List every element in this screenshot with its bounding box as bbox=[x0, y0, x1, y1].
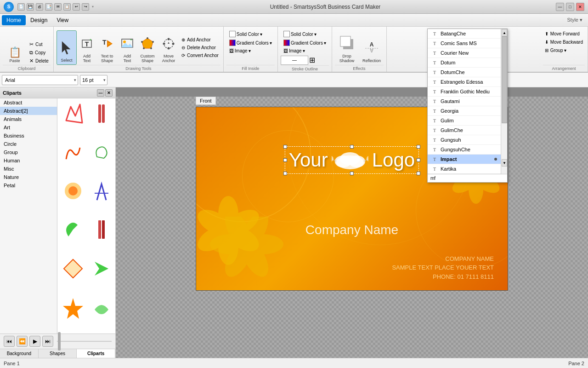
clipart-item-14[interactable] bbox=[88, 255, 115, 282]
menu-home[interactable]: Home bbox=[2, 15, 26, 25]
font-size-input[interactable] bbox=[80, 75, 107, 85]
skip-forward-button[interactable]: ⏭ bbox=[42, 336, 53, 347]
handle-tr[interactable] bbox=[417, 145, 420, 149]
toolbar-icon-7[interactable]: ↩ bbox=[73, 3, 80, 11]
font-dropdown-scrollbar[interactable]: ▲ ▼ bbox=[501, 29, 507, 174]
clipart-item-8[interactable] bbox=[88, 178, 115, 204]
tab-cliparts[interactable]: Cliparts bbox=[77, 349, 115, 358]
scroll-up-btn[interactable]: ▲ bbox=[502, 29, 507, 36]
move-backward-ribbon-btn[interactable]: ⬇ Move Backward bbox=[543, 39, 585, 46]
toolbar-icon-4[interactable]: 📑 bbox=[45, 3, 52, 11]
canvas-area[interactable]: Front bbox=[116, 87, 588, 358]
fill-image-button[interactable]: 🖼 Image ▾ bbox=[226, 48, 254, 54]
cat-abstract2[interactable]: Abstract[2] bbox=[0, 107, 57, 115]
font-item-dotum[interactable]: T Dotum bbox=[428, 58, 501, 68]
clipart-item-16[interactable] bbox=[59, 294, 87, 321]
text-to-shape-button[interactable]: T Text to Shape bbox=[97, 30, 117, 65]
move-anchor-button[interactable]: Move Anchor bbox=[158, 30, 179, 65]
cat-human[interactable]: Human bbox=[0, 156, 57, 165]
fill-gradient-button[interactable]: Gradient Colors ▾ bbox=[226, 39, 275, 46]
toolbar-icon-3[interactable]: 🖨 bbox=[36, 3, 43, 11]
handle-tm[interactable] bbox=[350, 145, 354, 149]
clipart-item-13[interactable] bbox=[59, 255, 87, 282]
maximize-button[interactable]: □ bbox=[566, 3, 574, 11]
cat-art[interactable]: Art bbox=[0, 123, 57, 132]
company-name[interactable]: Company Name bbox=[305, 223, 398, 237]
toolbar-icon-1[interactable]: 📄 bbox=[17, 3, 25, 11]
handle-ml[interactable] bbox=[283, 158, 287, 162]
font-item-gulimche[interactable]: T GulimChe bbox=[428, 126, 501, 135]
font-item-impact[interactable]: T Impact bbox=[428, 155, 501, 164]
select-button[interactable]: Select bbox=[57, 30, 77, 65]
tab-shapes[interactable]: Shapes bbox=[39, 349, 77, 358]
group-ribbon-btn[interactable]: ⊞ Group ▾ bbox=[543, 47, 585, 54]
add-text-button[interactable]: T + Add Text bbox=[78, 30, 96, 65]
cat-circle[interactable]: Circle bbox=[0, 140, 57, 148]
play-button[interactable]: ▶ bbox=[29, 336, 40, 347]
font-item-batangche[interactable]: T BatangChe bbox=[428, 29, 501, 39]
menu-design[interactable]: Design bbox=[26, 15, 52, 25]
tab-background[interactable]: Background bbox=[0, 349, 39, 358]
handle-br[interactable] bbox=[417, 172, 420, 175]
handle-tl[interactable] bbox=[283, 145, 287, 149]
logo-area[interactable]: Your bbox=[285, 146, 419, 174]
cat-petal[interactable]: Petal bbox=[0, 181, 57, 190]
clipart-item-2[interactable] bbox=[88, 100, 115, 127]
cat-business[interactable]: Business bbox=[0, 132, 57, 140]
paste-button[interactable]: 📋 Paste bbox=[3, 30, 27, 65]
font-item-couriernew[interactable]: T Courier New bbox=[428, 48, 501, 58]
toolbar-icon-2[interactable]: 💾 bbox=[27, 3, 34, 11]
toolbar-icon-5[interactable]: ✉ bbox=[54, 3, 62, 11]
add-image-button[interactable]: + Add Text bbox=[118, 30, 136, 65]
quick-access-more[interactable]: ▾ bbox=[91, 3, 95, 11]
reflection-button[interactable]: A A Reflection bbox=[360, 30, 384, 65]
toolbar-icon-6[interactable]: 📋 bbox=[63, 3, 71, 11]
delete-anchor-button[interactable]: ⊖ Delete Anchor bbox=[180, 44, 220, 51]
font-item-gautami[interactable]: T Gautami bbox=[428, 97, 501, 106]
skip-back-button[interactable]: ⏮ bbox=[4, 336, 15, 347]
clipart-item-11[interactable] bbox=[88, 216, 115, 243]
scroll-thumb[interactable] bbox=[502, 36, 507, 123]
font-item-comicsans[interactable]: T Comic Sans MS bbox=[428, 39, 501, 48]
drop-shadow-button[interactable]: Drop Shadow bbox=[335, 30, 359, 65]
clipart-item-10[interactable] bbox=[59, 216, 87, 243]
back-button[interactable]: ⏪ bbox=[17, 336, 28, 347]
cat-misc[interactable]: Misc bbox=[0, 165, 57, 173]
minimize-button[interactable]: — bbox=[556, 3, 564, 11]
font-item-gulim[interactable]: T Gulim bbox=[428, 116, 501, 126]
close-button[interactable]: ✕ bbox=[576, 3, 584, 11]
clipart-item-5[interactable] bbox=[88, 139, 115, 166]
cat-nature[interactable]: Nature bbox=[0, 173, 57, 181]
cat-abstract[interactable]: Abstract bbox=[0, 98, 57, 107]
move-forward-ribbon-btn[interactable]: ⬆ Move Forward bbox=[543, 30, 585, 37]
clipart-item-7[interactable] bbox=[59, 178, 87, 204]
font-item-gungsuh[interactable]: T Gungsuh bbox=[428, 135, 501, 145]
cliparts-minimize-btn[interactable]: — bbox=[97, 89, 104, 97]
cat-animals[interactable]: Animals bbox=[0, 115, 57, 123]
toolbar-icon-8[interactable]: ↪ bbox=[82, 3, 89, 11]
handle-bl[interactable] bbox=[283, 172, 287, 175]
stroke-width-btn[interactable]: ⊞ bbox=[308, 55, 316, 65]
font-search-input[interactable] bbox=[428, 174, 507, 182]
stroke-gradient-button[interactable]: Gradient Colors ▾ bbox=[281, 39, 329, 46]
handle-mr[interactable] bbox=[417, 158, 420, 162]
font-item-estrangelo[interactable]: T Estrangelo Edessa bbox=[428, 77, 501, 87]
add-anchor-button[interactable]: ⊕ Add Anchor bbox=[180, 36, 220, 43]
handle-bm[interactable] bbox=[350, 172, 354, 175]
cat-group[interactable]: Group bbox=[0, 148, 57, 156]
stroke-solid-button[interactable]: Solid Color ▾ bbox=[281, 30, 319, 38]
custom-shape-button[interactable]: Custom Shape bbox=[137, 30, 158, 65]
clipart-item-4[interactable] bbox=[59, 139, 87, 166]
fill-solid-color-button[interactable]: Solid Color ▾ bbox=[226, 30, 265, 38]
font-item-georgia[interactable]: T Georgia bbox=[428, 106, 501, 116]
font-name-input[interactable] bbox=[2, 75, 78, 85]
delete-button[interactable]: ✕ Delete bbox=[28, 57, 51, 65]
stroke-image-button[interactable]: 🖼 Image ▾ bbox=[281, 48, 308, 54]
copy-button[interactable]: ⧉ Copy bbox=[28, 49, 51, 57]
clipart-item-17[interactable] bbox=[88, 294, 115, 321]
scroll-down-btn[interactable]: ▼ bbox=[502, 159, 507, 167]
font-item-gungsuhche[interactable]: T GungsuhChe bbox=[428, 145, 501, 155]
menu-view[interactable]: View bbox=[52, 15, 73, 25]
font-item-franklin[interactable]: T Franklin Gothic Mediu bbox=[428, 87, 501, 97]
cut-button[interactable]: ✂ Cut bbox=[28, 40, 51, 48]
